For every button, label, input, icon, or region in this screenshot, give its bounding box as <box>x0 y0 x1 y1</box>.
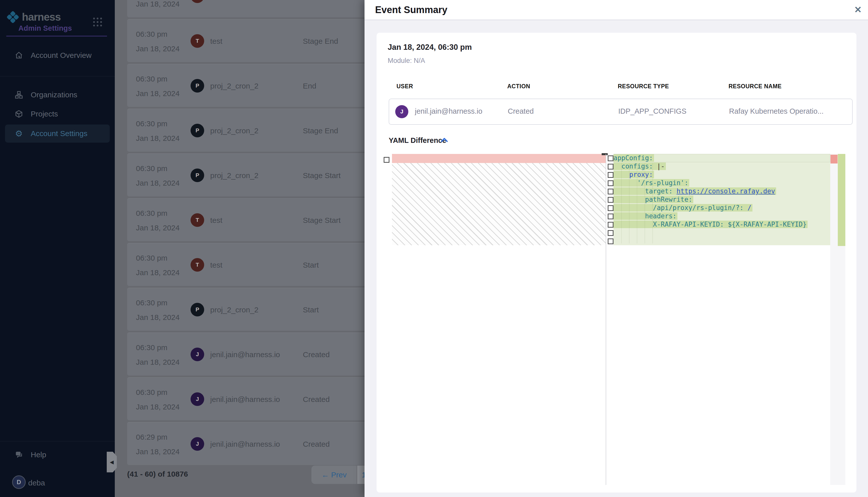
diff-glyph-square <box>384 157 389 163</box>
audit-row[interactable]: 06:30 pmJan 18, 2024Pproj_2_cron_2End <box>127 64 383 107</box>
event-table-row[interactable]: J jenil.jain@harness.io Created IDP_APP_… <box>389 99 853 125</box>
audit-row[interactable]: 06:30 pmJan 18, 2024TtestStart <box>127 243 383 286</box>
indent-guide <box>645 163 645 243</box>
row-time: 06:30 pm <box>136 209 167 217</box>
diff-glyph-square <box>608 172 614 178</box>
row-time: 06:30 pm <box>136 75 167 83</box>
row-time: 06:29 pm <box>136 433 167 441</box>
cell-resource-name: Rafay Kubernetes Operatio... <box>729 107 824 115</box>
row-avatar: J <box>191 347 204 361</box>
sidebar-item-account-settings[interactable]: ⚙ Account Settings <box>5 125 110 143</box>
row-time: 06:30 pm <box>136 119 167 128</box>
sidebar-item-label: Projects <box>31 110 58 118</box>
row-action: Stage End <box>303 127 338 135</box>
close-icon[interactable]: ✕ <box>854 4 862 15</box>
sidebar-item-organizations[interactable]: Organizations <box>5 86 110 104</box>
diff-glyph-square <box>608 155 614 161</box>
divider <box>0 441 115 441</box>
row-date: Jan 18, 2024 <box>136 134 179 143</box>
diff-added-line: headers: <box>614 212 830 220</box>
row-avatar: T <box>191 0 204 3</box>
event-summary-drawer: Event Summary ✕ Jan 18, 2024, 06:30 pm M… <box>364 0 868 497</box>
app-grid-icon[interactable] <box>93 18 102 27</box>
row-date: Jan 18, 2024 <box>136 179 179 187</box>
audit-row[interactable]: 06:30 pmJan 18, 2024TtestStage End <box>127 19 383 62</box>
diff-glyph-square <box>608 214 614 219</box>
diff-glyph-square <box>608 180 614 186</box>
diff-added-line: pathRewrite: <box>614 196 830 204</box>
row-avatar: T <box>191 213 204 227</box>
audit-row[interactable]: 06:30 pmJan 18, 2024Pproj_2_cron_2Stage … <box>127 153 383 196</box>
indent-guide <box>652 163 653 243</box>
diff-added-line: '/rs-plugin': <box>614 179 830 187</box>
row-user-name: proj_2_cron_2 <box>210 127 259 135</box>
sidebar-item-label: Account Overview <box>31 51 92 60</box>
diff-added-line <box>614 237 830 245</box>
yaml-difference-label[interactable]: YAML Difference <box>389 136 446 145</box>
logo-text: harness <box>22 11 61 23</box>
user-name[interactable]: deba <box>28 479 45 487</box>
diff-added-line: configs: |- <box>614 162 830 171</box>
cube-icon <box>15 110 23 118</box>
chevron-up-icon[interactable] <box>441 137 448 143</box>
col-header-resource-type: RESOURCE TYPE <box>618 83 669 90</box>
audit-row[interactable]: 06:29 pmJan 18, 2024Jjenil.jain@harness.… <box>127 422 383 465</box>
sidebar-item-account-overview[interactable]: Account Overview <box>5 46 110 65</box>
row-action: End <box>303 82 316 90</box>
row-action: Created <box>303 440 330 449</box>
audit-rows: 06:30 pmJan 18, 2024TtestEnd06:30 pmJan … <box>127 0 383 467</box>
col-header-user: USER <box>397 83 413 90</box>
diff-glyph-square <box>608 230 614 236</box>
row-time: 06:30 pm <box>136 254 167 262</box>
row-date: Jan 18, 2024 <box>136 403 179 411</box>
row-user-name: test <box>210 0 222 1</box>
row-action: Created <box>303 395 330 404</box>
sidebar-collapse-handle[interactable]: ◀ <box>107 452 117 472</box>
audit-row[interactable]: 06:30 pmJan 18, 2024TtestStage Start <box>127 198 383 241</box>
audit-row[interactable]: 06:30 pmJan 18, 2024Pproj_2_cron_2Start <box>127 288 383 331</box>
row-user-name: test <box>210 37 222 45</box>
prev-page-button[interactable]: ← Prev <box>312 466 357 484</box>
sidebar-item-help[interactable]: ? Help <box>5 446 110 464</box>
row-action: Created <box>303 350 330 359</box>
diff-added-line: target: https://console.rafay.dev <box>614 187 830 196</box>
yaml-diff-editor[interactable]: appConfig: configs: |- proxy: '/rs-plugi… <box>376 154 856 497</box>
row-action: Stage Start <box>303 216 341 225</box>
diff-glyph-square <box>608 197 614 203</box>
diff-added-line: proxy: <box>614 171 830 179</box>
harness-logo-icon <box>6 11 19 24</box>
row-time: 06:30 pm <box>136 164 167 173</box>
indent-guide <box>637 163 637 243</box>
overview-ruler-added <box>838 154 845 246</box>
audit-row[interactable]: 06:30 pmJan 18, 2024Jjenil.jain@harness.… <box>127 332 383 375</box>
drawer-title: Event Summary <box>375 4 447 15</box>
row-action: Stage Start <box>303 171 341 180</box>
admin-settings-label: Admin Settings <box>18 24 72 32</box>
row-date: Jan 18, 2024 <box>136 44 179 53</box>
row-action: Start <box>303 306 319 314</box>
event-module: Module: N/A <box>388 57 425 65</box>
org-chart-icon <box>15 91 23 99</box>
overview-ruler-removed <box>830 155 838 164</box>
audit-row[interactable]: 06:30 pmJan 18, 2024TtestEnd <box>127 0 383 17</box>
row-avatar: P <box>191 79 204 93</box>
row-user-name: test <box>210 216 222 225</box>
row-date: Jan 18, 2024 <box>136 89 179 98</box>
user-avatar[interactable]: D <box>12 475 26 489</box>
diff-glyph-square <box>608 164 614 170</box>
help-label: Help <box>31 451 46 459</box>
diff-sash[interactable] <box>606 154 606 485</box>
audit-row[interactable]: 06:30 pmJan 18, 2024Jjenil.jain@harness.… <box>127 377 383 420</box>
row-date: Jan 18, 2024 <box>136 0 179 8</box>
diff-glyph-square <box>608 205 614 211</box>
audit-row[interactable]: 06:30 pmJan 18, 2024Pproj_2_cron_2Stage … <box>127 109 383 152</box>
divider <box>6 36 107 37</box>
row-time: 06:30 pm <box>136 343 167 352</box>
sidebar-item-label: Account Settings <box>31 129 87 138</box>
col-header-action: ACTION <box>507 83 530 90</box>
cell-action: Created <box>508 107 534 115</box>
sidebar-item-projects[interactable]: Projects <box>5 105 110 123</box>
row-action: Stage End <box>303 37 338 45</box>
row-date: Jan 18, 2024 <box>136 448 179 456</box>
row-avatar: J <box>191 437 204 451</box>
